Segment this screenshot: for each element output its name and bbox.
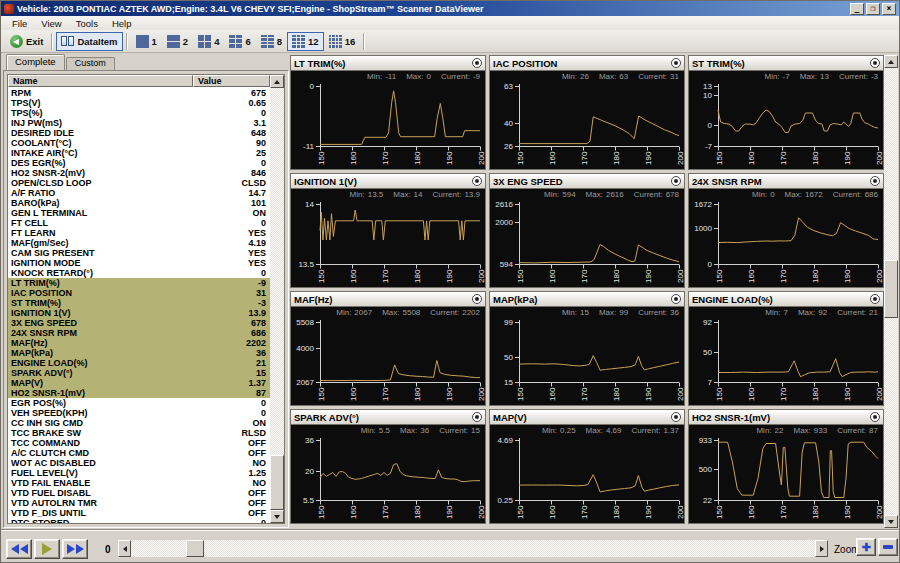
x-axis-label: 200 <box>676 269 685 283</box>
scroll-up-button[interactable] <box>270 75 284 88</box>
table-row[interactable]: FT CELL0 <box>8 218 270 228</box>
record-indicator-icon[interactable] <box>870 58 880 68</box>
table-row[interactable]: SPARK ADV(°)15 <box>8 368 270 378</box>
layout-8-button[interactable]: 8 <box>256 32 287 51</box>
table-row[interactable]: CAM SIG PRESENTYES <box>8 248 270 258</box>
zoom-in-button[interactable]: ✚ <box>856 538 876 556</box>
table-scrollbar[interactable] <box>270 75 284 523</box>
table-row[interactable]: DTC STORED0 <box>8 518 270 523</box>
timeline-scrollbar[interactable] <box>118 540 828 557</box>
table-row[interactable]: VTD FAIL ENABLENO <box>8 478 270 488</box>
table-row[interactable]: DES EGR(%)0 <box>8 158 270 168</box>
menu-item-file[interactable]: File <box>5 16 34 30</box>
layout-6-button[interactable]: 6 <box>224 32 255 51</box>
table-row[interactable]: TPS(V)0.65 <box>8 98 270 108</box>
tab-complete[interactable]: Complete <box>6 54 65 70</box>
table-row[interactable]: ST TRIM(%)-3 <box>8 298 270 308</box>
menu-item-view[interactable]: View <box>34 16 68 30</box>
table-row[interactable]: BARO(kPa)101 <box>8 198 270 208</box>
table-row[interactable]: COOLANT(°C)90 <box>8 138 270 148</box>
dataitem-button[interactable]: DataItem <box>56 32 122 51</box>
record-indicator-icon[interactable] <box>870 294 880 304</box>
scroll-down-button[interactable] <box>884 515 898 528</box>
record-indicator-icon[interactable] <box>472 176 482 186</box>
menu-item-tools[interactable]: Tools <box>69 16 105 30</box>
table-row[interactable]: INJ PW(mS)3.1 <box>8 118 270 128</box>
x-axis-label: 190 <box>445 269 454 283</box>
record-indicator-icon[interactable] <box>671 58 681 68</box>
record-indicator-icon[interactable] <box>472 58 482 68</box>
table-row[interactable]: MAP(V)1.37 <box>8 378 270 388</box>
table-row[interactable]: 24X SNSR RPM686 <box>8 328 270 338</box>
scrollbar-thumb[interactable] <box>186 540 204 557</box>
table-row[interactable]: DESIRED IDLE648 <box>8 128 270 138</box>
play-button[interactable] <box>34 539 60 559</box>
table-row[interactable]: IAC POSITION31 <box>8 288 270 298</box>
table-row[interactable]: IGNITION MODEYES <box>8 258 270 268</box>
scrollbar-thumb[interactable] <box>270 455 284 510</box>
table-row[interactable]: TPS(%)0 <box>8 108 270 118</box>
table-row[interactable]: VTD AUTOLRN TMROFF <box>8 498 270 508</box>
record-indicator-icon[interactable] <box>671 294 681 304</box>
layout-4-button[interactable]: 4 <box>193 32 224 51</box>
scroll-left-button[interactable] <box>118 540 131 557</box>
table-row[interactable]: TCC COMMANDOFF <box>8 438 270 448</box>
table-row[interactable]: HO2 SNSR-1(mV)87 <box>8 388 270 398</box>
record-indicator-icon[interactable] <box>870 176 880 186</box>
close-button[interactable]: × <box>882 3 896 15</box>
minimize-button[interactable]: _ <box>850 3 864 15</box>
scrollbar-thumb[interactable] <box>884 260 898 318</box>
table-row[interactable]: TCC BRAKE SWRLSD <box>8 428 270 438</box>
table-row[interactable]: MAP(kPa)36 <box>8 348 270 358</box>
scroll-right-button[interactable] <box>815 540 828 557</box>
record-indicator-icon[interactable] <box>671 412 681 422</box>
table-row[interactable]: RPM675 <box>8 88 270 98</box>
x-axis-label: 150 <box>715 387 724 401</box>
exit-button[interactable]: Exit <box>5 32 48 51</box>
table-row[interactable]: VEH SPEED(KPH)0 <box>8 408 270 418</box>
table-row[interactable]: HO2 SNSR-2(mV)846 <box>8 168 270 178</box>
table-row[interactable]: CC INH SIG CMDON <box>8 418 270 428</box>
layout-1-button[interactable]: 1 <box>131 32 162 51</box>
table-row[interactable]: IGNITION 1(V)13.9 <box>8 308 270 318</box>
table-row[interactable]: VTD FUEL DISABLOFF <box>8 488 270 498</box>
table-row[interactable]: 3X ENG SPEED678 <box>8 318 270 328</box>
record-indicator-icon[interactable] <box>671 176 681 186</box>
fast-forward-button[interactable] <box>62 539 88 559</box>
table-row[interactable]: EGR POS(%)0 <box>8 398 270 408</box>
table-row[interactable]: LT TRIM(%)-9 <box>8 278 270 288</box>
column-header-value[interactable]: Value <box>193 75 270 87</box>
table-row[interactable]: INTAKE AIR(°C)25 <box>8 148 270 158</box>
layout-2-button[interactable]: 2 <box>162 32 193 51</box>
restore-button[interactable]: ❐ <box>866 3 880 15</box>
scroll-down-button[interactable] <box>270 510 284 523</box>
column-header-name[interactable]: Name <box>8 75 193 87</box>
table-row[interactable]: FUEL LEVEL(V)1.25 <box>8 468 270 478</box>
record-indicator-icon[interactable] <box>472 294 482 304</box>
plus-icon: ✚ <box>861 542 870 553</box>
record-indicator-icon[interactable] <box>472 412 482 422</box>
layout-16-button[interactable]: 16 <box>324 32 361 51</box>
table-row[interactable]: KNOCK RETARD(°)0 <box>8 268 270 278</box>
table-row[interactable]: A/F RATIO14.7 <box>8 188 270 198</box>
table-row[interactable]: ENGINE LOAD(%)21 <box>8 358 270 368</box>
record-indicator-icon[interactable] <box>870 412 880 422</box>
menu-item-help[interactable]: Help <box>105 16 139 30</box>
y-axis-label: 2616 <box>495 200 513 209</box>
graph-scrollbar[interactable] <box>884 55 898 528</box>
table-row[interactable]: VTD F_DIS UNTILOFF <box>8 508 270 518</box>
title-bar[interactable]: Vehicle: 2003 PONTIAC AZTEK AWD;Engine: … <box>1 1 899 16</box>
table-row[interactable]: MAF(Hz)2202 <box>8 338 270 348</box>
table-row[interactable]: OPEN/CLSD LOOPCLSD <box>8 178 270 188</box>
layout-12-button[interactable]: 12 <box>287 32 324 51</box>
table-row[interactable]: WOT AC DISABLEDNO <box>8 458 270 468</box>
table-row[interactable]: MAF(gm/Sec)4.19 <box>8 238 270 248</box>
zoom-out-button[interactable] <box>878 538 898 556</box>
table-row[interactable]: A/C CLUTCH CMDOFF <box>8 448 270 458</box>
rewind-button[interactable] <box>6 539 32 559</box>
trace-line <box>519 356 679 371</box>
table-row[interactable]: GEN L TERMINALON <box>8 208 270 218</box>
scroll-up-button[interactable] <box>884 55 898 68</box>
tab-custom[interactable]: Custom <box>66 57 115 70</box>
table-row[interactable]: FT LEARNYES <box>8 228 270 238</box>
